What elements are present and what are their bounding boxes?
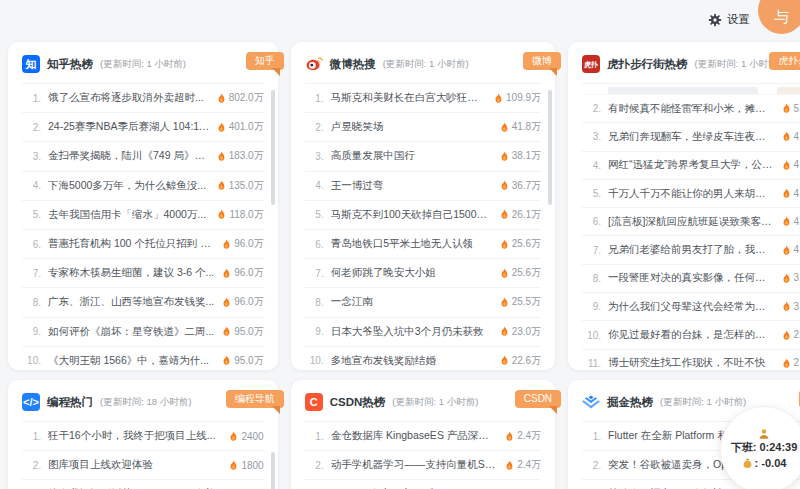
item-heat-value: 23.0万: [512, 325, 541, 339]
item-heat: 25.5万: [500, 295, 541, 309]
item-heat: 118.0万: [217, 208, 263, 222]
list-item[interactable]: 11. 博士研究生找工作现状，不吐不快 2.6万: [582, 350, 800, 377]
list-item[interactable]: 2. 图库项目上线欢迎体验 1800: [22, 451, 264, 480]
flame-icon: [217, 93, 226, 104]
scrollbar-thumb[interactable]: [271, 452, 275, 489]
source-badge[interactable]: 知乎: [246, 52, 284, 70]
flame-icon: [782, 103, 791, 114]
hot-list: 2. 有时候真不能怪雷军和小米，摊上这... 5.0万 3. 兄弟们奔现翻车，坐…: [582, 84, 800, 377]
card-title: CSDN热榜: [330, 395, 386, 410]
list-item[interactable]: 1. 饿了么宣布将逐步取消外卖超时... 802.0万: [22, 84, 264, 113]
item-title: 动手学机器学习——支持向量机SVM...: [331, 458, 500, 472]
item-title: 马斯克和美财长在白宫大吵狂飙脏...: [331, 91, 488, 105]
off-work-timer-widget[interactable]: 下班: 0:24:39 : -0.04: [720, 406, 800, 489]
list-item[interactable]: 7. 何老师跳了晚安大小姐 25.6万: [305, 259, 541, 288]
source-badge[interactable]: 微博: [523, 52, 561, 70]
item-heat: 26.1万: [500, 208, 541, 222]
list-item[interactable]: 7. 专家称木筷易生细菌，建议 3-6 个... 96.0万: [22, 259, 264, 288]
flame-icon: [494, 93, 503, 104]
list-item[interactable]: 3. 金扫帚奖揭晓，陆川《749 局》横... 183.0万: [22, 142, 264, 171]
list-item[interactable]: 4. 下海5000多万年，为什么鲸鱼没... 135.0万: [22, 172, 264, 201]
scrollbar-thumb[interactable]: [548, 90, 552, 205]
item-title: 如何评价《崩坏：星穹铁道》二周...: [48, 325, 216, 339]
list-item[interactable]: 2. 24-25赛季NBA季后赛湖人 104:11... 401.0万: [22, 113, 264, 142]
item-heat-value: 26.1万: [512, 208, 541, 222]
item-heat-value: 95.0万: [234, 354, 263, 368]
list-item[interactable]: 3. 高质量发展中国行 38.1万: [305, 142, 541, 171]
item-title: 千万人千万不能让你的男人来胡志明...: [608, 187, 775, 201]
coding-logo-icon: </>: [22, 393, 40, 411]
item-rank: 3.: [582, 131, 601, 142]
item-title: 金仓数据库 KingbaseES 产品深度优...: [331, 429, 500, 443]
list-item[interactable]: 9. 如何评价《崩坏：星穹铁道》二周... 95.0万: [22, 318, 264, 347]
item-rank: 1.: [22, 93, 41, 104]
list-item[interactable]: 7. 兄弟们老婆给前男友打了胎，我刚知... 4.1万: [582, 236, 800, 264]
item-rank: 2.: [582, 103, 601, 114]
item-heat-value: 2.6万: [794, 328, 800, 342]
item-heat-value: 25.6万: [512, 266, 541, 280]
item-heat-value: 5.0万: [794, 102, 800, 116]
list-item[interactable]: 8. 广东、浙江、山西等地宣布发钱奖... 96.0万: [22, 288, 264, 317]
source-badge[interactable]: CSDN: [515, 390, 561, 408]
list-item[interactable]: 3. 从自我怀疑到斩获26k offer：一个普... 1710: [22, 480, 264, 489]
list-item[interactable]: 9. 日本大爷坠入坑中3个月仍未获救 23.0万: [305, 318, 541, 347]
flame-icon: [229, 431, 238, 442]
list-item[interactable]: 1. 狂干16个小时，我终于把项目上线... 2400: [22, 422, 264, 451]
item-heat: 4.4万: [782, 215, 800, 229]
item-rank: 10.: [582, 330, 601, 341]
list-item[interactable]: 2. 有时候真不能怪雷军和小米，摊上这... 5.0万: [582, 95, 800, 123]
flame-icon: [500, 239, 509, 250]
item-heat: 2.6万: [782, 356, 800, 370]
list-item[interactable]: 8. 一段警匪对决的真实影像，任何电影... 3.6万: [582, 265, 800, 293]
source-badge[interactable]: 编程导航: [226, 390, 284, 408]
list-item[interactable]: 9. 为什么我们父母辈这代会经常为了一... 3.0万: [582, 293, 800, 321]
list-item[interactable]: 5. 千万人千万不能让你的男人来胡志明... 4.5万: [582, 180, 800, 208]
item-heat: 96.0万: [222, 266, 263, 280]
list-item[interactable]: 10. 你见过最好看的台妹，是怎样的？可... 2.6万: [582, 321, 800, 349]
item-title: 卢昱晓笑场: [331, 120, 494, 134]
list-item[interactable]: 6. 普惠托育机构 100 个托位只招到 17... 96.0万: [22, 230, 264, 259]
flame-icon: [222, 239, 231, 250]
flame-icon: [217, 122, 226, 133]
gear-icon: [708, 13, 722, 27]
item-heat: 135.0万: [217, 179, 264, 193]
card-header: 虎扑 虎扑步行街热榜 (更新时间: 1 小时前) 虎扑步行街: [582, 42, 800, 84]
item-title: 图库项目上线欢迎体验: [48, 458, 223, 472]
site-logo-avatar[interactable]: 与: [758, 0, 800, 34]
item-heat: 96.0万: [222, 295, 263, 309]
settings-button[interactable]: 设置: [708, 12, 750, 27]
flame-icon: [782, 216, 791, 227]
item-title: 网红“迅猛龙”跨界考复旦大学，公平...: [608, 158, 775, 172]
item-rank: 8.: [22, 297, 41, 308]
source-badge[interactable]: 虎扑步行街: [769, 52, 800, 70]
item-heat-value: 802.0万: [229, 91, 264, 105]
item-heat: 25.6万: [500, 266, 541, 280]
list-item[interactable]: 2. 卢昱晓笑场 41.8万: [305, 113, 541, 142]
list-item[interactable]: 5. 马斯克不到100天砍掉自己1500亿... 26.1万: [305, 201, 541, 230]
flame-icon: [500, 151, 509, 162]
money-bag-icon: [742, 458, 753, 469]
item-rank: 6.: [305, 239, 324, 250]
list-item[interactable]: 10. 《大明王朝 1566》中，嘉靖为什... 95.0万: [22, 347, 264, 375]
list-item[interactable]: 3. 兄弟们奔现翻车，坐绿皮车连夜跑路... 4.8万: [582, 123, 800, 151]
list-item[interactable]: 1. 金仓数据库 KingbaseES 产品深度优... 2.4万: [305, 422, 541, 451]
item-heat: 4.7万: [782, 158, 800, 172]
scrollbar-thumb[interactable]: [271, 90, 275, 205]
list-item[interactable]: 8. 一念江南 25.5万: [305, 288, 541, 317]
item-heat: 183.0万: [217, 149, 264, 163]
list-item[interactable]: 2. 动手学机器学习——支持向量机SVM... 2.4万: [305, 451, 541, 480]
list-item[interactable]: 6. [流言板]深航回应航班延误致乘客被... 4.4万: [582, 208, 800, 236]
item-rank: 5.: [582, 188, 601, 199]
item-heat-value: 2.6万: [794, 356, 800, 370]
flame-icon: [782, 273, 791, 284]
list-item[interactable]: 1. 马斯克和美财长在白宫大吵狂飙脏... 109.9万: [305, 84, 541, 113]
list-item[interactable]: 4. 网红“迅猛龙”跨界考复旦大学，公平... 4.7万: [582, 152, 800, 180]
item-rank: 4.: [582, 160, 601, 171]
item-heat: 2.6万: [782, 328, 800, 342]
list-item[interactable]: 3. 管理100个小程序-很难吗 2.4万: [305, 480, 541, 489]
item-heat-value: 3.0万: [794, 300, 800, 314]
list-item[interactable]: 4. 王一博过弯 36.7万: [305, 172, 541, 201]
list-item[interactable]: 6. 青岛地铁口5平米土地无人认领 25.6万: [305, 230, 541, 259]
list-item[interactable]: 5. 去年我国信用卡「缩水」4000万... 118.0万: [22, 201, 264, 230]
list-item[interactable]: 10. 多地宣布发钱奖励结婚 22.6万: [305, 347, 541, 375]
